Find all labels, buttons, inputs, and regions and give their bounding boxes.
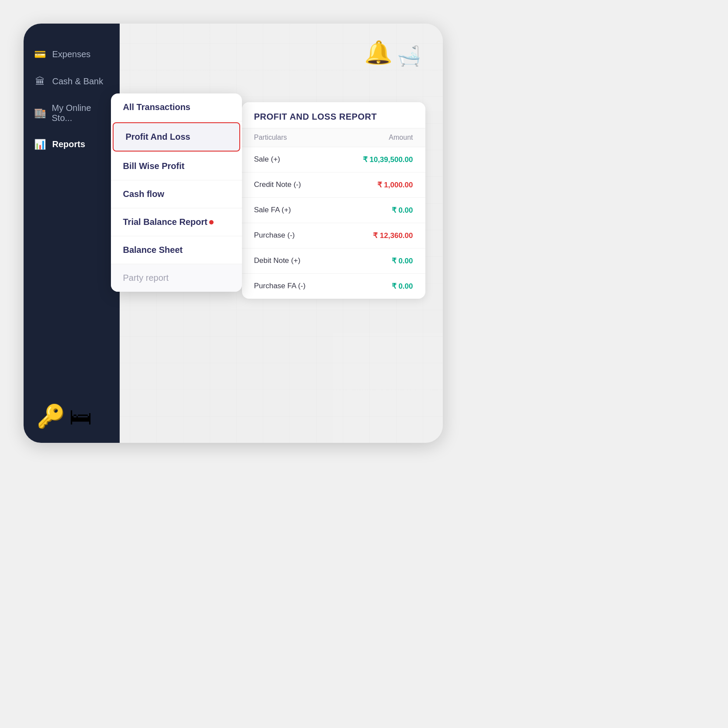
row-amount: ₹ 12,360.00 — [373, 231, 413, 240]
row-label: Purchase FA (-) — [254, 282, 306, 290]
sidebar-item-expenses[interactable]: 💳 Expenses — [24, 41, 120, 68]
sidebar-item-reports[interactable]: 📊 Reports — [24, 131, 120, 158]
row-label: Debit Note (+) — [254, 256, 300, 265]
row-amount: ₹ 1,000.00 — [377, 180, 413, 190]
report-title: PROFIT AND LOSS REPORT — [254, 112, 413, 122]
dropdown-party-report[interactable]: Party report — [111, 264, 242, 292]
report-columns: Particulars Amount — [242, 128, 425, 147]
sidebar-label-online-store: My Online Sto... — [52, 103, 109, 123]
sidebar-item-online-store[interactable]: 🏬 My Online Sto... — [24, 95, 120, 131]
sidebar-label-expenses: Expenses — [52, 49, 91, 59]
table-row: Sale (+)₹ 10,39,500.00 — [242, 147, 425, 173]
row-amount: ₹ 0.00 — [392, 206, 413, 215]
table-row: Sale FA (+)₹ 0.00 — [242, 198, 425, 223]
col-amount: Amount — [389, 134, 413, 141]
sidebar: 💳 Expenses 🏛 Cash & Bank 🏬 My Online Sto… — [24, 24, 120, 443]
dropdown-profit-and-loss[interactable]: Profit And Loss — [113, 122, 240, 152]
table-row: Credit Note (-)₹ 1,000.00 — [242, 173, 425, 198]
online-store-icon: 🏬 — [34, 107, 46, 119]
cash-bank-icon: 🏛 — [34, 76, 46, 87]
table-row: Purchase (-)₹ 12,360.00 — [242, 223, 425, 248]
keys-icon: 🔑 — [37, 403, 65, 430]
sidebar-label-reports: Reports — [52, 139, 86, 149]
dropdown-all-transactions[interactable]: All Transactions — [111, 93, 242, 121]
row-label: Sale (+) — [254, 155, 280, 164]
row-amount: ₹ 0.00 — [392, 282, 413, 291]
dropdown-cash-flow[interactable]: Cash flow — [111, 180, 242, 208]
reports-icon: 📊 — [34, 139, 46, 150]
top-right-decorative: 🔔 🛁 — [364, 41, 421, 64]
bed-icon: 🛏 — [69, 404, 92, 430]
bathtub-icon: 🛁 — [397, 46, 421, 66]
table-row: Debit Note (+)₹ 0.00 — [242, 248, 425, 274]
expenses-icon: 💳 — [34, 49, 46, 60]
row-amount: ₹ 10,39,500.00 — [363, 155, 413, 164]
table-row: Purchase FA (-)₹ 0.00 — [242, 274, 425, 299]
trial-balance-badge — [209, 220, 214, 224]
sidebar-item-cash-bank[interactable]: 🏛 Cash & Bank — [24, 68, 120, 95]
report-rows: Sale (+)₹ 10,39,500.00Credit Note (-)₹ 1… — [242, 147, 425, 299]
row-label: Purchase (-) — [254, 231, 295, 240]
dropdown-balance-sheet[interactable]: Balance Sheet — [111, 236, 242, 264]
report-panel: PROFIT AND LOSS REPORT Particulars Amoun… — [242, 102, 425, 299]
dropdown-menu: All Transactions Profit And Loss Bill Wi… — [111, 93, 242, 292]
row-label: Sale FA (+) — [254, 206, 291, 214]
row-label: Credit Note (-) — [254, 180, 301, 189]
report-header: PROFIT AND LOSS REPORT — [242, 102, 425, 128]
col-particulars: Particulars — [254, 134, 287, 141]
row-amount: ₹ 0.00 — [392, 256, 413, 266]
dropdown-bill-wise-profit[interactable]: Bill Wise Profit — [111, 152, 242, 180]
dropdown-trial-balance[interactable]: Trial Balance Report — [111, 208, 242, 236]
hotel-bell-icon: 🔔 — [364, 41, 393, 64]
sidebar-label-cash-bank: Cash & Bank — [52, 76, 104, 86]
bottom-left-decorative: 🔑 🛏 — [37, 403, 92, 430]
